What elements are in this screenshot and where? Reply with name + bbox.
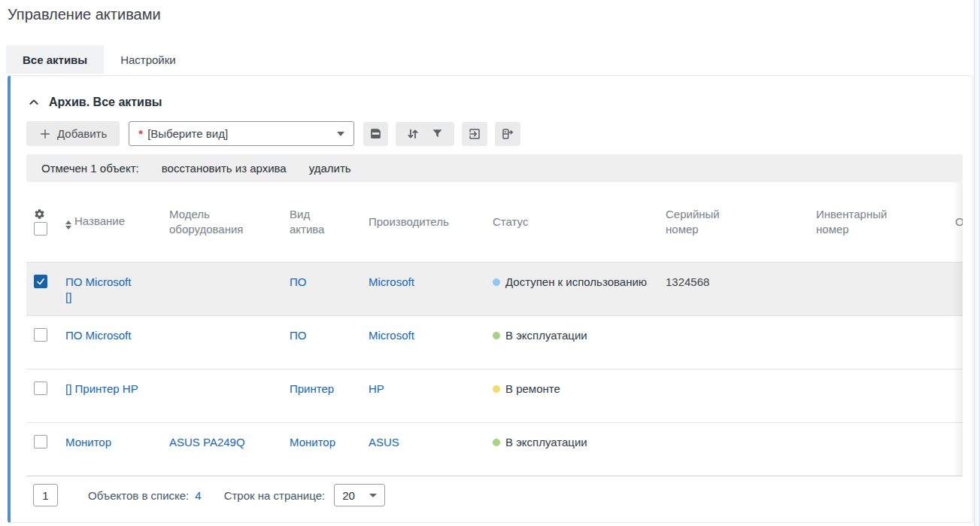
asset-kind-link[interactable]: Монитор — [290, 435, 335, 450]
column-header-model: Модель оборудования — [169, 182, 290, 262]
export-icon — [468, 127, 481, 141]
view-select-dropdown[interactable]: * [Выберите вид] — [129, 121, 354, 146]
save-icon — [369, 127, 382, 140]
add-button[interactable]: Добавить — [26, 121, 120, 146]
list-footer: 1 Объектов в списке: 4 Строк на странице… — [26, 483, 963, 507]
row-checkbox[interactable] — [34, 275, 47, 288]
asset-manufacturer-link[interactable]: HP — [369, 382, 384, 397]
status-label: В эксплуатации — [505, 436, 587, 448]
table-header-row: Название Модель оборудования Вид актива … — [26, 182, 963, 262]
column-header-name[interactable]: Название — [65, 182, 169, 262]
sort-filter-group — [396, 122, 454, 146]
asset-name-link[interactable]: [] Принтер HP — [65, 382, 138, 397]
asset-name-link[interactable]: ПО Microsoft — [65, 328, 131, 343]
asset-name-link[interactable]: ПО Microsoft [] — [65, 275, 138, 305]
selection-bar: Отмечен 1 объект: восстановить из архива… — [26, 154, 963, 182]
column-settings-gear-icon[interactable] — [34, 208, 45, 220]
column-header-description: Описание — [955, 182, 963, 262]
filter-icon — [431, 127, 444, 140]
required-mark: * — [138, 127, 143, 140]
row-checkbox[interactable] — [34, 382, 47, 395]
table-row: ПО Microsoft ПО Microsoft В эксплуатации — [26, 315, 963, 369]
toolbar-icons — [363, 122, 520, 146]
column-header-manufacturer: Производитель — [369, 182, 493, 262]
asset-kind-link[interactable]: Принтер — [290, 382, 334, 397]
asset-manufacturer-link[interactable]: ASUS — [369, 435, 399, 450]
asset-kind-link[interactable]: ПО — [290, 328, 306, 343]
export-button[interactable] — [462, 122, 487, 146]
table-row: Монитор ASUS PA249Q Монитор ASUS В экспл… — [26, 422, 963, 476]
column-header-status: Статус — [493, 182, 666, 262]
column-header-kind: Вид актива — [290, 182, 369, 262]
rows-per-page-select[interactable]: 20 — [334, 484, 385, 506]
select-all-checkbox[interactable] — [34, 222, 47, 236]
serial-number: 1324568 — [666, 275, 709, 288]
status-label: В ремонте — [505, 382, 560, 395]
asset-manufacturer-link[interactable]: Microsoft — [369, 275, 414, 290]
page-scrollbar[interactable] — [974, 0, 980, 526]
status-dot-icon — [493, 439, 500, 446]
asset-name-link[interactable]: Монитор — [65, 435, 111, 450]
table-row: [] Принтер HP Принтер HP В ремонте — [26, 369, 963, 422]
column-header-serial: Серийный номер — [666, 182, 816, 262]
rows-per-page-value: 20 — [342, 489, 355, 502]
objects-in-list-label: Объектов в списке: — [88, 489, 189, 502]
plus-icon — [39, 128, 51, 140]
objects-in-list-count: 4 — [195, 489, 201, 502]
column-sort-icon — [65, 220, 71, 230]
column-header-inventory: Инвентарный номер — [816, 182, 955, 262]
sort-button[interactable] — [401, 122, 425, 146]
status-dot-icon — [493, 385, 500, 393]
assets-panel: Архив. Все активы Добавить * [Выберите в… — [8, 75, 973, 523]
status-label: В эксплуатации — [505, 329, 587, 342]
table-row: ПО Microsoft [] ПО Microsoft Доступен к … — [26, 262, 963, 315]
row-checkbox[interactable] — [34, 328, 47, 342]
row-checkbox[interactable] — [34, 435, 47, 448]
rows-per-page-label: Строк на странице: — [224, 489, 326, 502]
tab-bar: Все активы Настройки — [6, 45, 193, 74]
asset-model-link[interactable]: ASUS PA249Q — [169, 435, 245, 450]
section-header: Архив. Все активы — [28, 94, 972, 111]
delete-action[interactable]: удалить — [309, 162, 351, 175]
chevron-down-icon — [369, 494, 377, 497]
asset-kind-link[interactable]: ПО — [290, 275, 306, 290]
page-number-button[interactable]: 1 — [33, 484, 58, 506]
filter-button[interactable] — [425, 122, 449, 146]
export-columns-icon — [501, 127, 514, 141]
section-title: Архив. Все активы — [49, 96, 162, 109]
tab-all-assets[interactable]: Все активы — [6, 45, 104, 74]
restore-from-archive-action[interactable]: восстановить из архива — [162, 162, 287, 175]
page-title: Управление активами — [8, 6, 161, 23]
view-select-value: [Выберите вид] — [147, 127, 228, 140]
selection-count-text: Отмечен 1 объект: — [41, 162, 139, 175]
sort-icon — [406, 127, 420, 141]
toolbar: Добавить * [Выберите вид] — [26, 121, 972, 146]
chevron-down-icon — [337, 132, 344, 136]
status-dot-icon — [493, 278, 500, 286]
asset-manufacturer-link[interactable]: Microsoft — [369, 328, 414, 343]
save-view-button[interactable] — [363, 122, 388, 146]
tab-settings[interactable]: Настройки — [104, 45, 193, 74]
status-label: Доступен к использованию — [505, 275, 647, 288]
assets-table: Название Модель оборудования Вид актива … — [26, 182, 963, 476]
export-columns-button[interactable] — [495, 122, 520, 146]
collapse-chevron-up-icon[interactable] — [28, 96, 40, 108]
status-dot-icon — [493, 332, 500, 339]
